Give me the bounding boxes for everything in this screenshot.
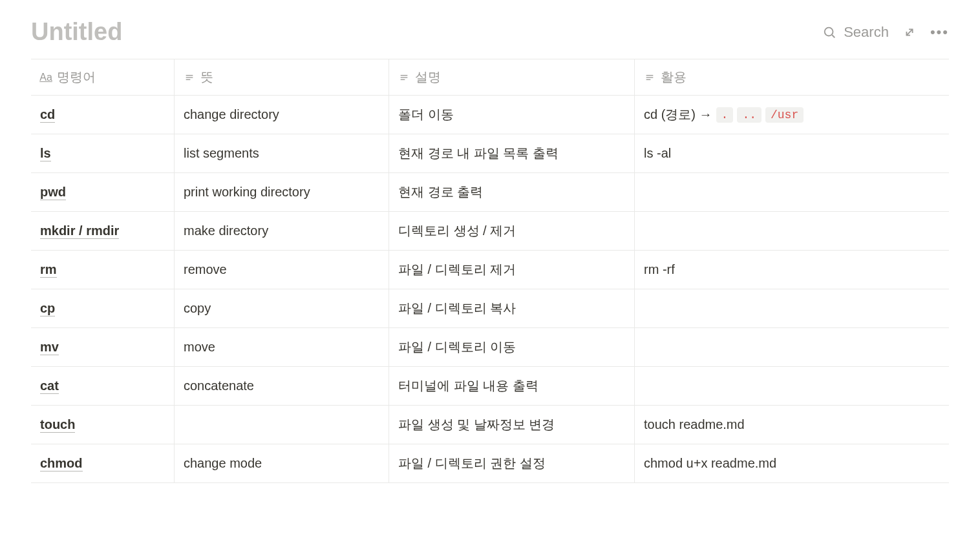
description-text: 디렉토리 생성 / 제거	[398, 222, 516, 240]
cell-description[interactable]: 터미널에 파일 내용 출력	[389, 367, 635, 405]
command-link[interactable]: mv	[40, 340, 59, 355]
meaning-text: make directory	[184, 223, 268, 238]
cell-description[interactable]: 파일 / 디렉토리 이동	[389, 328, 635, 366]
description-text: 파일 / 디렉토리 권한 설정	[398, 455, 546, 472]
cell-command[interactable]: cat	[31, 367, 175, 405]
table-row[interactable]: mvmove파일 / 디렉토리 이동	[31, 328, 949, 367]
usage-prefix: cd (경로) →	[644, 106, 712, 123]
header-actions: Search •••	[820, 23, 949, 41]
cell-usage[interactable]: cd (경로) → .../usr	[635, 96, 949, 134]
svg-line-1	[832, 35, 835, 37]
description-text: 현재 경로 내 파일 목록 출력	[398, 145, 559, 162]
cell-usage[interactable]	[635, 289, 949, 327]
cell-command[interactable]: touch	[31, 406, 175, 444]
usage-text: ls -al	[644, 146, 671, 161]
table-row[interactable]: touch파일 생성 및 날짜정보 변경touch readme.md	[31, 406, 949, 444]
command-link[interactable]: pwd	[40, 185, 66, 200]
text-property-icon	[184, 72, 195, 83]
table-row[interactable]: chmodchange mode파일 / 디렉토리 권한 설정chmod u+x…	[31, 444, 949, 483]
command-link[interactable]: chmod	[40, 456, 83, 471]
cell-meaning[interactable]: change directory	[175, 96, 389, 134]
meaning-text: remove	[184, 262, 227, 277]
usage-text: touch readme.md	[644, 417, 745, 432]
cell-description[interactable]: 디렉토리 생성 / 제거	[389, 212, 635, 250]
table-row[interactable]: mkdir / rmdirmake directory디렉토리 생성 / 제거	[31, 212, 949, 251]
cell-usage[interactable]	[635, 173, 949, 211]
table-header-row: Aa 명령어 뜻 설명 활용	[31, 59, 949, 96]
meaning-text: print working directory	[184, 185, 310, 200]
column-label: 설명	[415, 68, 441, 86]
cell-command[interactable]: cd	[31, 96, 175, 134]
cell-meaning[interactable]	[175, 406, 389, 444]
table-row[interactable]: catconcatenate터미널에 파일 내용 출력	[31, 367, 949, 406]
cell-description[interactable]: 파일 / 디렉토리 복사	[389, 289, 635, 327]
cell-usage[interactable]: chmod u+x readme.md	[635, 444, 949, 482]
meaning-text: move	[184, 340, 215, 355]
database-table: Aa 명령어 뜻 설명 활용 cdchang	[31, 59, 949, 483]
cell-usage[interactable]	[635, 328, 949, 366]
description-text: 터미널에 파일 내용 출력	[398, 377, 538, 395]
cell-command[interactable]: chmod	[31, 444, 175, 482]
cell-command[interactable]: mv	[31, 328, 175, 366]
command-link[interactable]: ls	[40, 146, 51, 161]
table-row[interactable]: pwdprint working directory현재 경로 출력	[31, 173, 949, 212]
column-header-meaning[interactable]: 뜻	[175, 59, 389, 95]
cell-usage[interactable]: touch readme.md	[635, 406, 949, 444]
description-text: 폴더 이동	[398, 106, 454, 123]
cell-command[interactable]: mkdir / rmdir	[31, 212, 175, 250]
column-header-usage[interactable]: 활용	[635, 59, 949, 95]
more-options-icon[interactable]: •••	[930, 24, 949, 41]
code-chip: ..	[737, 107, 762, 123]
column-header-description[interactable]: 설명	[389, 59, 635, 95]
text-property-icon	[644, 72, 655, 83]
cell-command[interactable]: ls	[31, 134, 175, 172]
cell-command[interactable]: cp	[31, 289, 175, 327]
table-row[interactable]: lslist segments현재 경로 내 파일 목록 출력ls -al	[31, 134, 949, 173]
meaning-text: change directory	[184, 107, 279, 122]
search-icon	[820, 23, 838, 41]
cell-usage[interactable]	[635, 367, 949, 405]
table-row[interactable]: cpcopy파일 / 디렉토리 복사	[31, 289, 949, 328]
cell-meaning[interactable]: remove	[175, 251, 389, 289]
table-row[interactable]: cdchange directory폴더 이동cd (경로) → .../usr	[31, 96, 949, 134]
command-link[interactable]: cd	[40, 107, 55, 123]
expand-icon[interactable]	[900, 23, 919, 41]
page-title[interactable]: Untitled	[31, 18, 122, 46]
command-link[interactable]: cp	[40, 301, 55, 316]
command-link[interactable]: mkdir / rmdir	[40, 223, 119, 239]
search-button[interactable]: Search	[820, 23, 889, 41]
svg-point-0	[825, 27, 833, 36]
cell-meaning[interactable]: print working directory	[175, 173, 389, 211]
cell-description[interactable]: 파일 / 디렉토리 권한 설정	[389, 444, 635, 482]
cell-command[interactable]: rm	[31, 251, 175, 289]
text-property-icon	[398, 72, 410, 83]
cell-meaning[interactable]: move	[175, 328, 389, 366]
cell-meaning[interactable]: list segments	[175, 134, 389, 172]
description-text: 파일 / 디렉토리 이동	[398, 338, 516, 356]
cell-usage[interactable]: ls -al	[635, 134, 949, 172]
cell-usage[interactable]: rm -rf	[635, 251, 949, 289]
cell-meaning[interactable]: copy	[175, 289, 389, 327]
meaning-text: concatenate	[184, 378, 254, 393]
page-header: Untitled Search •••	[31, 18, 949, 46]
cell-meaning[interactable]: concatenate	[175, 367, 389, 405]
table-row[interactable]: rmremove파일 / 디렉토리 제거rm -rf	[31, 251, 949, 289]
column-label: 활용	[661, 68, 687, 86]
cell-meaning[interactable]: make directory	[175, 212, 389, 250]
usage-text: chmod u+x readme.md	[644, 456, 776, 471]
cell-description[interactable]: 현재 경로 출력	[389, 173, 635, 211]
cell-usage[interactable]	[635, 212, 949, 250]
description-text: 파일 / 디렉토리 복사	[398, 300, 516, 317]
cell-description[interactable]: 파일 생성 및 날짜정보 변경	[389, 406, 635, 444]
cell-description[interactable]: 폴더 이동	[389, 96, 635, 134]
title-property-icon: Aa	[40, 72, 52, 83]
command-link[interactable]: cat	[40, 378, 59, 394]
cell-command[interactable]: pwd	[31, 173, 175, 211]
cell-description[interactable]: 파일 / 디렉토리 제거	[389, 251, 635, 289]
meaning-text: change mode	[184, 456, 262, 471]
column-header-command[interactable]: Aa 명령어	[31, 59, 175, 95]
command-link[interactable]: touch	[40, 417, 75, 433]
cell-description[interactable]: 현재 경로 내 파일 목록 출력	[389, 134, 635, 172]
command-link[interactable]: rm	[40, 262, 57, 278]
cell-meaning[interactable]: change mode	[175, 444, 389, 482]
